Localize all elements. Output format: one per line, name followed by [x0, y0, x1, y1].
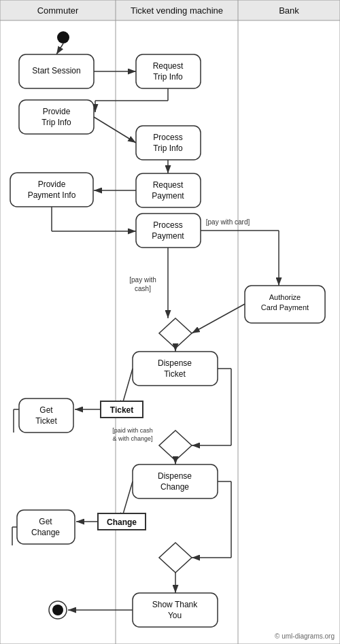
provide-trip-info-label: Provide — [43, 107, 71, 116]
end-node — [52, 605, 63, 615]
pay-with-cash-label: [pay with — [129, 276, 156, 284]
request-payment-box — [136, 173, 201, 207]
lane-bank-label: Bank — [279, 5, 299, 16]
process-trip-info-label2: Trip Info — [153, 143, 183, 153]
lane-tvm-label: Ticket vending machine — [131, 5, 223, 16]
ticket-label-text: Ticket — [110, 405, 133, 415]
process-payment-box — [136, 214, 201, 248]
provide-trip-info-box — [19, 100, 94, 134]
request-trip-info-label: Request — [153, 61, 184, 71]
show-thank-you-label2: You — [168, 611, 182, 620]
start-node — [57, 31, 69, 44]
dispense-ticket-box — [133, 352, 218, 386]
paid-cash-change-label2: & with change] — [112, 435, 152, 442]
provide-payment-info-label: Provide — [38, 180, 66, 189]
request-payment-label2: Payment — [152, 191, 184, 201]
start-session-label: Start Session — [32, 66, 80, 75]
dispense-change-label: Dispense — [158, 471, 192, 481]
show-thank-you-label: Show Thank — [152, 600, 198, 609]
pay-with-cash-label2: cash] — [135, 285, 151, 292]
copyright-text: © uml-diagrams.org — [275, 632, 335, 640]
process-payment-label2: Payment — [152, 231, 184, 241]
process-payment-label: Process — [153, 220, 182, 230]
dispense-ticket-label2: Ticket — [164, 369, 186, 379]
request-trip-info-box — [136, 54, 201, 88]
get-ticket-label2: Ticket — [35, 416, 57, 426]
show-thank-you-box — [133, 593, 218, 627]
change-label-text: Change — [107, 518, 137, 527]
get-change-label: Get — [39, 517, 52, 526]
get-ticket-label: Get — [39, 405, 53, 415]
dispense-ticket-label: Dispense — [158, 358, 192, 368]
provide-trip-info-label2: Trip Info — [41, 118, 71, 127]
request-trip-info-label2: Trip Info — [153, 72, 183, 82]
pay-with-card-label: [pay with card] — [206, 218, 250, 226]
request-payment-label: Request — [153, 180, 184, 190]
provide-payment-info-box — [10, 173, 93, 207]
provide-payment-info-label2: Payment Info — [28, 190, 76, 200]
dispense-change-box — [133, 464, 218, 498]
diagram-container: Commuter Ticket vending machine Bank Sta… — [0, 0, 340, 644]
dispense-change-label2: Change — [160, 482, 189, 492]
authorize-card-label2: Card Payment — [261, 303, 309, 311]
get-change-label2: Change — [31, 528, 60, 537]
get-change-box — [17, 510, 75, 544]
process-trip-info-label: Process — [153, 133, 182, 142]
lane-commuter-label: Commuter — [37, 5, 79, 16]
get-ticket-box — [19, 399, 73, 433]
authorize-card-label: Authorize — [269, 293, 301, 301]
process-trip-info-box — [136, 126, 201, 160]
paid-cash-change-label: [paid with cash — [112, 427, 153, 434]
